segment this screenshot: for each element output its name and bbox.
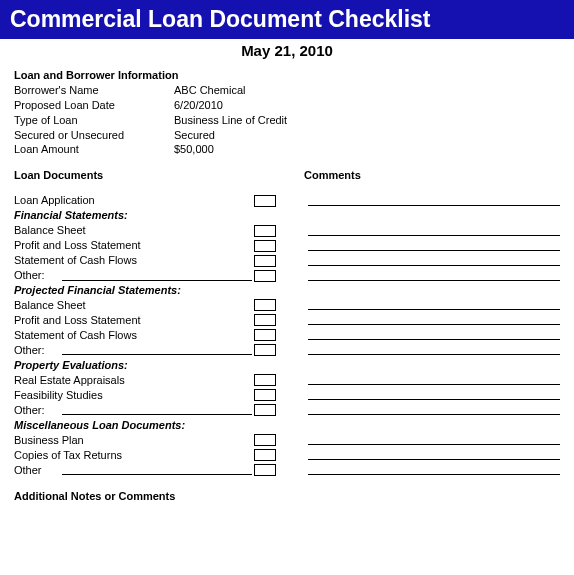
profit-loss-label: Profit and Loss Statement — [14, 238, 254, 253]
cashflow-label: Statement of Cash Flows — [14, 328, 254, 343]
title-banner: Commercial Loan Document Checklist — [0, 0, 574, 39]
doc-row: Other — [14, 463, 560, 478]
loan-type-label: Type of Loan — [14, 113, 174, 128]
comment-line[interactable] — [308, 465, 560, 475]
doc-row: Statement of Cash Flows — [14, 253, 560, 268]
comment-line[interactable] — [308, 271, 560, 281]
info-row: Proposed Loan Date 6/20/2010 — [14, 98, 560, 113]
loan-date-label: Proposed Loan Date — [14, 98, 174, 113]
other-label: Other: — [14, 268, 62, 283]
other-label: Other: — [14, 403, 62, 418]
info-row: Secured or Unsecured Secured — [14, 128, 560, 143]
checkbox[interactable] — [254, 344, 276, 356]
checkbox[interactable] — [254, 404, 276, 416]
checkbox[interactable] — [254, 299, 276, 311]
checkbox[interactable] — [254, 434, 276, 446]
balance-sheet-label: Balance Sheet — [14, 298, 254, 313]
borrower-name-label: Borrower's Name — [14, 83, 174, 98]
columns-header: Loan Documents Comments — [14, 169, 560, 181]
doc-row: Other: — [14, 268, 560, 283]
other-fillin-line[interactable] — [62, 271, 252, 281]
checkbox[interactable] — [254, 329, 276, 341]
loan-documents-heading: Loan Documents — [14, 169, 304, 181]
tax-returns-label: Copies of Tax Returns — [14, 448, 254, 463]
checkbox[interactable] — [254, 464, 276, 476]
borrower-info-heading: Loan and Borrower Information — [14, 69, 560, 81]
checkbox[interactable] — [254, 195, 276, 207]
loan-application-label: Loan Application — [14, 193, 254, 208]
other-fillin-line[interactable] — [62, 405, 252, 415]
other-fillin-line[interactable] — [62, 465, 252, 475]
other-label: Other: — [14, 343, 62, 358]
comments-heading: Comments — [304, 169, 361, 181]
projected-statements-heading: Projected Financial Statements: — [14, 283, 560, 298]
additional-notes-heading: Additional Notes or Comments — [14, 490, 560, 502]
doc-row: Balance Sheet — [14, 298, 560, 313]
amount-value: $50,000 — [174, 142, 214, 157]
comment-line[interactable] — [308, 405, 560, 415]
business-plan-label: Business Plan — [14, 433, 254, 448]
comment-line[interactable] — [308, 390, 560, 400]
comment-line[interactable] — [308, 241, 560, 251]
doc-row: Other: — [14, 343, 560, 358]
comment-line[interactable] — [308, 330, 560, 340]
comment-line[interactable] — [308, 450, 560, 460]
info-row: Type of Loan Business Line of Credit — [14, 113, 560, 128]
comment-line[interactable] — [308, 375, 560, 385]
date-heading: May 21, 2010 — [0, 39, 574, 69]
doc-row: Real Estate Appraisals — [14, 373, 560, 388]
comment-line[interactable] — [308, 345, 560, 355]
borrower-name-value: ABC Chemical — [174, 83, 246, 98]
doc-row: Other: — [14, 403, 560, 418]
loan-type-value: Business Line of Credit — [174, 113, 287, 128]
secured-label: Secured or Unsecured — [14, 128, 174, 143]
info-row: Loan Amount $50,000 — [14, 142, 560, 157]
checkbox[interactable] — [254, 255, 276, 267]
comment-line[interactable] — [308, 435, 560, 445]
checkbox[interactable] — [254, 374, 276, 386]
checkbox[interactable] — [254, 449, 276, 461]
doc-row: Copies of Tax Returns — [14, 448, 560, 463]
checkbox[interactable] — [254, 270, 276, 282]
checkbox[interactable] — [254, 389, 276, 401]
doc-row: Feasibility Studies — [14, 388, 560, 403]
amount-label: Loan Amount — [14, 142, 174, 157]
doc-row: Business Plan — [14, 433, 560, 448]
loan-date-value: 6/20/2010 — [174, 98, 223, 113]
comment-line[interactable] — [308, 300, 560, 310]
info-row: Borrower's Name ABC Chemical — [14, 83, 560, 98]
comment-line[interactable] — [308, 196, 560, 206]
checkbox[interactable] — [254, 314, 276, 326]
financial-statements-heading: Financial Statements: — [14, 208, 560, 223]
comment-line[interactable] — [308, 226, 560, 236]
comment-line[interactable] — [308, 315, 560, 325]
doc-row: Profit and Loss Statement — [14, 313, 560, 328]
other-fillin-line[interactable] — [62, 345, 252, 355]
cashflow-label: Statement of Cash Flows — [14, 253, 254, 268]
secured-value: Secured — [174, 128, 215, 143]
appraisals-label: Real Estate Appraisals — [14, 373, 254, 388]
doc-row: Balance Sheet — [14, 223, 560, 238]
other-label: Other — [14, 463, 62, 478]
balance-sheet-label: Balance Sheet — [14, 223, 254, 238]
property-evaluations-heading: Property Evaluations: — [14, 358, 560, 373]
doc-row: Profit and Loss Statement — [14, 238, 560, 253]
doc-row: Loan Application — [14, 193, 560, 208]
comment-line[interactable] — [308, 256, 560, 266]
checkbox[interactable] — [254, 240, 276, 252]
feasibility-label: Feasibility Studies — [14, 388, 254, 403]
misc-documents-heading: Miscellaneous Loan Documents: — [14, 418, 560, 433]
profit-loss-label: Profit and Loss Statement — [14, 313, 254, 328]
doc-row: Statement of Cash Flows — [14, 328, 560, 343]
checkbox[interactable] — [254, 225, 276, 237]
